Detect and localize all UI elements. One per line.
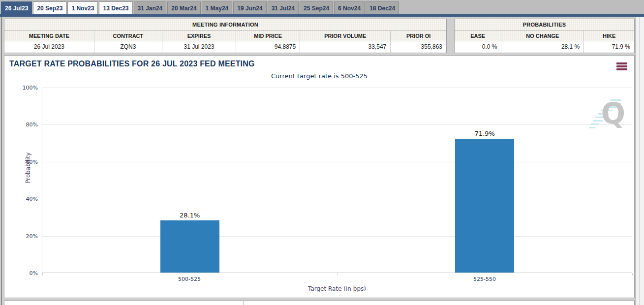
next-section-partial (4, 301, 644, 305)
probability-bar-525-550[interactable] (455, 139, 514, 272)
tab-20-mar24[interactable]: 20 Mar24 (167, 1, 200, 14)
partial-cell-right (244, 301, 635, 305)
table-header-row: EASE NO CHANGE HIKE (455, 31, 634, 41)
tab-31-jan24[interactable]: 31 Jan24 (134, 1, 167, 14)
y-tick-80: 80% (4, 122, 38, 128)
plot-area: Q 28.1% 71.9% (42, 88, 632, 273)
x-category-525-550: 525-550 (337, 276, 632, 282)
y-tick-20: 20% (4, 233, 38, 240)
no-change-value: 28.1 % (501, 41, 584, 53)
col-meeting-date: MEETING DATE (4, 31, 94, 41)
col-ease: EASE (455, 31, 501, 41)
prior-oi-value: 355,863 (391, 41, 446, 53)
col-no-change: NO CHANGE (501, 31, 584, 41)
probabilities-panel: PROBABILITIES EASE NO CHANGE HIKE 0.0 % … (454, 19, 635, 53)
tab-18-dec24[interactable]: 18 Dec24 (366, 1, 399, 14)
y-axis-title: Probability (25, 152, 31, 183)
bar-value-label: 71.9% (475, 130, 495, 137)
meeting-information-title: MEETING INFORMATION (4, 19, 446, 30)
meeting-date-value: 26 Jul 2023 (4, 41, 94, 53)
tab-25-sep24[interactable]: 25 Sep24 (300, 1, 333, 14)
table-row: 0.0 % 28.1 % 71.9 % (455, 41, 634, 53)
y-tick-0: 0% (4, 270, 38, 276)
mid-price-value: 94.8875 (236, 41, 300, 53)
ease-value: 0.0 % (455, 41, 501, 53)
tab-19-jun24[interactable]: 19 Jun24 (233, 1, 266, 14)
table-row: 26 Jul 2023 ZQN3 31 Jul 2023 94.8875 33,… (4, 41, 446, 53)
col-prior-volume: PRIOR VOLUME (300, 31, 391, 41)
chart-context-menu-icon[interactable] (616, 62, 627, 70)
probabilities-title: PROBABILITIES (455, 19, 634, 30)
tab-31-jul24[interactable]: 31 Jul24 (268, 1, 299, 14)
probabilities-table: EASE NO CHANGE HIKE 0.0 % 28.1 % 71.9 % (455, 30, 634, 53)
chart-title: TARGET RATE PROBABILITIES FOR 26 JUL 202… (9, 60, 255, 68)
bar-value-label: 28.1% (180, 212, 200, 219)
expires-value: 31 Jul 2023 (162, 41, 236, 53)
partial-cell-left (4, 301, 244, 305)
page-frame-border (1, 17, 2, 305)
target-rate-chart-panel: TARGET RATE PROBABILITIES FOR 26 JUL 202… (4, 55, 635, 298)
tab-20-sep23[interactable]: 20 Sep23 (33, 1, 66, 14)
meeting-information-panel: MEETING INFORMATION MEETING DATE CONTRAC… (4, 19, 447, 53)
y-tick-60: 60% (4, 159, 38, 165)
col-hike: HIKE (584, 31, 634, 41)
chart-subtitle: Current target rate is 500-525 (4, 72, 634, 80)
contract-value: ZQN3 (94, 41, 162, 53)
bar-slot-525-550: 71.9% (337, 88, 633, 273)
y-tick-40: 40% (4, 196, 38, 202)
probability-bar-500-525[interactable] (160, 220, 219, 273)
tab-26-jul23[interactable]: 26 Jul23 (1, 1, 32, 14)
bar-slot-500-525: 28.1% (42, 88, 337, 273)
scrollbar-track[interactable] (636, 17, 644, 305)
y-tick-100: 100% (4, 85, 38, 91)
tab-1-nov23[interactable]: 1 Nov23 (67, 1, 98, 14)
col-contract: CONTRACT (94, 31, 162, 41)
tab-13-dec23[interactable]: 13 Dec23 (99, 1, 132, 14)
fedwatch-page: 26 Jul23 20 Sep23 1 Nov23 13 Dec23 31 Ja… (0, 0, 644, 305)
col-expires: EXPIRES (162, 31, 236, 41)
tab-1-may24[interactable]: 1 May24 (202, 1, 233, 14)
hike-value: 71.9 % (584, 41, 634, 53)
col-mid-price: MID PRICE (236, 31, 300, 41)
tab-6-nov24[interactable]: 6 Nov24 (334, 1, 365, 14)
x-category-500-525: 500-525 (42, 276, 337, 282)
meeting-information-table: MEETING DATE CONTRACT EXPIRES MID PRICE … (4, 30, 446, 53)
col-prior-oi: PRIOR OI (391, 31, 446, 41)
table-header-row: MEETING DATE CONTRACT EXPIRES MID PRICE … (4, 31, 446, 41)
x-axis-title: Target Rate (in bps) (42, 285, 632, 292)
prior-volume-value: 33,547 (300, 41, 391, 53)
meeting-tab-bar: 26 Jul23 20 Sep23 1 Nov23 13 Dec23 31 Ja… (0, 0, 644, 14)
